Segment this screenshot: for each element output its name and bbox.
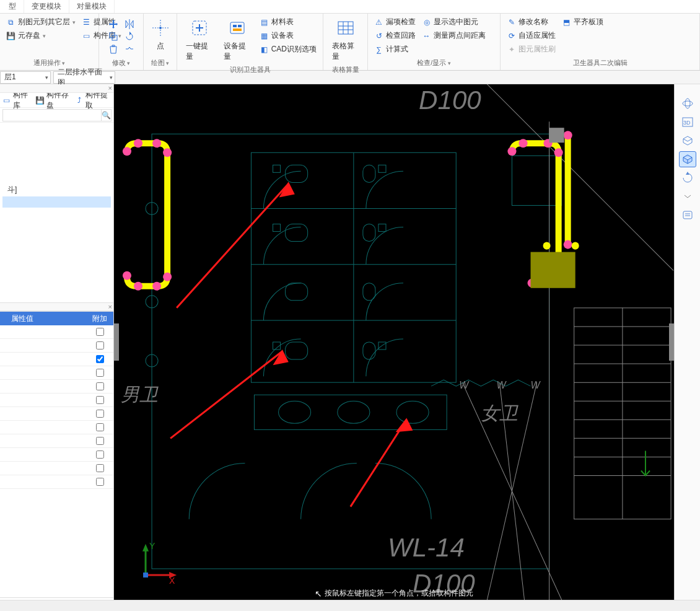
prop-close-icon[interactable]: × [108, 303, 112, 310]
svg-point-76 [564, 131, 572, 139]
tab-compare[interactable]: 对量模块 [69, 0, 115, 13]
view-list[interactable] [679, 207, 696, 223]
prop-extra-checkbox[interactable] [96, 478, 104, 486]
prop-col-extra: 附加 [86, 314, 113, 324]
tab-model[interactable]: 型 [1, 0, 24, 13]
search-input[interactable] [2, 109, 102, 121]
svg-line-82 [177, 183, 288, 307]
prop-extra-checkbox[interactable] [96, 355, 104, 363]
search-icon[interactable]: 🔍 [102, 109, 112, 121]
table-icon [335, 17, 356, 38]
svg-rect-40 [254, 395, 447, 429]
view-iso[interactable] [679, 151, 696, 167]
copy-icon[interactable] [108, 32, 118, 42]
left-splitter[interactable] [114, 323, 119, 361]
prop-row[interactable] [0, 434, 113, 448]
prop-extra-checkbox[interactable] [96, 437, 104, 445]
left-panel: × ▭构件库 💾构件存盘 ⤴构件提取 🔍 斗] × 属性值 附加 生 [0, 84, 114, 611]
view-3d[interactable]: 3D [679, 114, 696, 130]
cmd-leak-check[interactable]: ⚠漏项检查 [373, 16, 417, 28]
prop-row[interactable] [0, 380, 113, 393]
drawing-combo[interactable]: 二层排水平面图 [53, 71, 115, 84]
cmd-adaptive[interactable]: ⟳自适应属性 [505, 30, 557, 42]
cmd-show-selected[interactable]: ◎显示选中图元 [421, 16, 487, 28]
prop-extra-checkbox[interactable] [96, 423, 104, 431]
brush-icon: ✦ [507, 45, 516, 54]
view-orbit[interactable] [679, 95, 696, 112]
svg-rect-10 [238, 25, 242, 27]
prop-extra-checkbox[interactable] [96, 410, 104, 418]
rotate-icon[interactable] [125, 32, 134, 42]
tree-node[interactable]: 斗] [2, 183, 111, 196]
group-title-check[interactable]: 检查/显示 [417, 59, 451, 66]
cmd-property-brush: ✦图元属性刷 [505, 43, 557, 55]
prop-extra-checkbox[interactable] [96, 328, 104, 336]
cmd-calc-expr[interactable]: ∑计算式 [373, 43, 417, 55]
svg-rect-28 [363, 224, 375, 242]
cad-canvas[interactable]: D100 D100 WL-14 男卫 女卫 W W W Y X ↖ 按鼠标左键指… [114, 84, 674, 600]
cmd-measure[interactable]: ↔测量两点间距离 [421, 30, 487, 42]
mirror-icon[interactable] [125, 19, 134, 29]
cad-icon: ◧ [260, 45, 269, 54]
cmd-tabulate[interactable]: 表格算量 [328, 16, 362, 63]
prop-row[interactable] [0, 475, 113, 489]
prop-extra-checkbox[interactable] [96, 382, 104, 390]
prop-row[interactable] [0, 407, 113, 421]
cmd-copy-to-layer[interactable]: ⧉别图元到其它层▾ [5, 16, 77, 28]
cmd-save-element[interactable]: 💾元存盘▾ [5, 30, 77, 42]
cmd-loop-check[interactable]: ↺检查回路 [373, 30, 417, 42]
svg-point-95 [683, 101, 693, 106]
delete-icon[interactable] [108, 44, 118, 54]
svg-point-66 [152, 282, 161, 291]
group-title-draw[interactable]: 绘图 [151, 59, 170, 66]
cmd-equipment-table[interactable]: ▦设备表 [258, 30, 318, 42]
prop-row[interactable] [0, 325, 113, 339]
cmd-point[interactable]: 点 [146, 16, 175, 53]
prop-row[interactable] [0, 366, 113, 380]
view-rotate[interactable] [679, 170, 696, 186]
prop-extra-checkbox[interactable] [96, 451, 104, 459]
leak-icon: ⚠ [374, 17, 383, 27]
prop-row[interactable] [0, 462, 113, 475]
ribbon: ⧉别图元到其它层▾ 💾元存盘▾ ☰提属性 ▭构件库▾ 通用操作 [0, 14, 700, 71]
prop-row[interactable] [0, 393, 113, 407]
prop-row[interactable] [0, 353, 113, 366]
cmd-onekey[interactable]: 一键提量 [182, 16, 216, 63]
svg-point-96 [685, 99, 690, 108]
view-dropdown[interactable] [679, 188, 696, 204]
svg-point-43 [396, 401, 429, 423]
move-icon[interactable] [108, 19, 118, 29]
view-top[interactable] [679, 133, 696, 149]
svg-rect-23 [286, 165, 308, 182]
prop-row[interactable] [0, 339, 113, 353]
component-tree[interactable]: 斗] [0, 123, 113, 302]
onekey-icon [189, 17, 210, 38]
prop-row[interactable] [0, 421, 113, 434]
cmd-cad-options[interactable]: ◧CAD识别选项 [258, 43, 318, 55]
floor-combo[interactable]: 层1 [0, 71, 51, 84]
svg-point-70 [518, 139, 527, 147]
cmd-align-top[interactable]: ⬒平齐板顶 [561, 16, 605, 28]
group-title-general[interactable]: 通用操作 [33, 59, 66, 66]
prop-extra-checkbox[interactable] [96, 341, 104, 349]
tab-change[interactable]: 变更模块 [24, 0, 69, 13]
cmd-device[interactable]: 设备提量 [220, 16, 254, 63]
prop-extra-checkbox[interactable] [96, 396, 104, 404]
drawing-viewport[interactable]: D100 D100 WL-14 男卫 女卫 W W W Y X [114, 84, 674, 600]
cmd-material-table[interactable]: ▤材料表 [258, 16, 318, 28]
svg-rect-12 [338, 22, 353, 34]
svg-marker-99 [686, 172, 689, 175]
cmd-rename[interactable]: ✎修改名称 [505, 16, 557, 28]
svg-rect-35 [378, 224, 386, 232]
measure-icon: ↔ [422, 31, 431, 40]
right-splitter[interactable] [669, 323, 674, 361]
panel-close-icon[interactable]: × [108, 84, 112, 92]
prop-row[interactable] [0, 448, 113, 462]
tree-node-selected[interactable] [2, 196, 111, 208]
break-icon[interactable] [125, 44, 134, 54]
group-title-modify[interactable]: 修改 [112, 59, 131, 66]
save2-icon: 💾 [35, 95, 45, 105]
svg-point-77 [564, 240, 572, 249]
prop-extra-checkbox[interactable] [96, 369, 104, 377]
prop-extra-checkbox[interactable] [96, 464, 104, 472]
